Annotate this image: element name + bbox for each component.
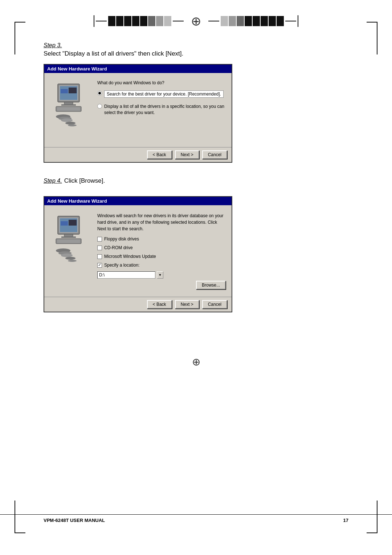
dialog2-checkbox1[interactable]: Floppy disk drives [97,236,226,242]
dialog1-icon-area [49,77,92,143]
dialog1-content: What do you want Windows to do? Search f… [96,77,227,143]
svg-rect-8 [57,107,80,111]
svg-point-25 [61,254,73,257]
step4-heading: Step 4. [44,178,62,184]
dialog1-option2[interactable]: Display a list of all the drivers in a s… [97,104,226,116]
manual-title: VPM-6248T USER MANUAL [44,518,105,523]
dialog2-checkbox3[interactable]: Microsoft Windows Update [97,254,226,259]
dialog1-next-button[interactable]: Next > [175,150,199,159]
svg-rect-22 [57,239,80,243]
header-line-right [298,15,298,27]
dialog2-checkbox4[interactable]: Specify a location: [97,263,226,268]
dialog1-cancel-button[interactable]: Cancel [202,150,227,159]
svg-rect-3 [61,89,68,93]
dialog2-icon-area [49,210,92,292]
svg-rect-5 [64,102,73,104]
dialog2-content: Windows will search for new drivers in i… [96,210,227,292]
svg-point-27 [68,260,77,262]
computer-wizard-icon [54,80,87,131]
corner-bracket-top-left [15,22,25,33]
dialog2-check1[interactable] [97,237,102,242]
side-line-right-top [377,33,377,54]
dialog1-option2-text: Display a list of all the drivers in a s… [104,104,226,116]
crosshair-icon-bottom: ⊕ [0,356,392,368]
svg-rect-18 [69,220,77,226]
dialog1-footer: < Back Next > Cancel [44,147,232,162]
dialog2-check2-label: CD-ROM drive [104,245,133,250]
main-content: Step 3. Select "Display a list of all dr… [0,35,392,349]
svg-point-12 [65,122,75,125]
dialog1-option1-text: Search for the best driver for your devi… [104,90,224,98]
dialog1-question: What do you want Windows to do? [97,80,226,85]
dialog2-next-button[interactable]: Next > [175,300,199,309]
dialog1-body: What do you want Windows to do? Search f… [44,73,232,147]
svg-rect-20 [61,236,76,238]
dialog2-titlebar: Add New Hardware Wizard [44,197,232,205]
step3-section: Step 3. Select "Display a list of all dr… [44,42,348,163]
dialog2-description: Windows will search for new drivers in i… [97,212,226,232]
dialog1-option1[interactable]: Search for the best driver for your devi… [97,90,226,99]
side-line-left-top [15,33,15,54]
svg-rect-19 [64,234,73,236]
page-header: ⊕ [0,7,392,35]
svg-rect-4 [69,88,77,93]
header-pattern-left [108,16,171,26]
dialog2-window: Add New Hardware Wizard [44,196,232,312]
header-line-left [94,15,94,27]
step3-heading: Step 3. [44,42,348,49]
dialog2-check4-label: Specify a location: [104,263,139,268]
location-dropdown-button[interactable]: ▼ [157,271,163,279]
dialog2-footer: < Back Next > Cancel [44,297,232,312]
location-row: ▼ [97,271,226,279]
svg-rect-6 [61,104,76,106]
dialog2-checkbox2[interactable]: CD-ROM drive [97,245,226,250]
dialog2-check2[interactable] [97,246,102,250]
location-input[interactable] [97,271,155,279]
dialog2-check1-label: Floppy disk drives [104,236,139,242]
dialog2-check3[interactable] [97,254,102,259]
dialog2-check4[interactable] [97,263,102,268]
step4-section: Step 4. Click [Browse]. Add New Hardware… [44,177,348,312]
svg-point-26 [65,257,75,260]
page-number: 17 [343,518,348,523]
step4-description: Click [Browse]. [64,177,105,185]
dialog2-cancel-button[interactable]: Cancel [202,300,227,309]
corner-bracket-top-right [367,22,377,33]
computer-wizard-icon-2 [54,212,87,267]
browse-btn-row: Browse... [97,281,226,289]
dialog2-back-button[interactable]: < Back [147,300,172,309]
dialog1-back-button[interactable]: < Back [147,150,172,159]
browse-button[interactable]: Browse... [196,281,226,289]
dialog1-titlebar: Add New Hardware Wizard [44,65,232,73]
dialog2-body: Windows will search for new drivers in i… [44,205,232,297]
svg-rect-17 [61,221,68,226]
dialog1-radio1[interactable] [97,91,102,96]
svg-point-13 [68,124,77,126]
dialog1-window: Add New Hardware Wizard [44,64,232,163]
crosshair-icon-left: ⊕ [191,14,201,28]
dialog1-radio2[interactable] [97,104,102,109]
svg-point-11 [61,118,73,122]
dialog2-check3-label: Microsoft Windows Update [104,254,156,259]
header-pattern-right [221,16,284,26]
page-footer: VPM-6248T USER MANUAL 17 [0,514,392,526]
step3-description: Select "Display a list of all drivers" t… [44,50,348,57]
